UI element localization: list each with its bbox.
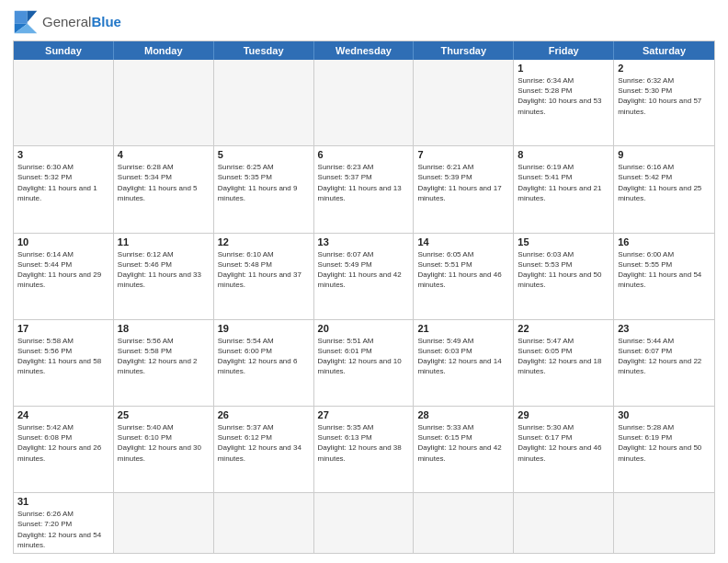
day-number: 10 <box>17 236 109 247</box>
sun-info: Sunrise: 6:21 AMSunset: 5:39 PMDaylight:… <box>417 162 509 203</box>
calendar-cell: 29Sunrise: 5:30 AMSunset: 6:17 PMDayligh… <box>514 407 614 492</box>
calendar-cell <box>14 60 114 145</box>
calendar-cell: 30Sunrise: 5:28 AMSunset: 6:19 PMDayligh… <box>614 407 714 492</box>
calendar-cell <box>114 493 214 553</box>
logo: GeneralBlue <box>13 9 121 35</box>
day-number: 8 <box>518 149 609 160</box>
calendar: SundayMondayTuesdayWednesdayThursdayFrid… <box>13 40 715 554</box>
calendar-cell <box>114 60 214 145</box>
day-number: 14 <box>417 236 509 247</box>
sun-info: Sunrise: 6:12 AMSunset: 5:46 PMDaylight:… <box>118 249 210 291</box>
day-of-week-monday: Monday <box>114 41 214 60</box>
calendar-week-1: 3Sunrise: 6:30 AMSunset: 5:32 PMDaylight… <box>14 145 714 232</box>
calendar-cell: 14Sunrise: 6:05 AMSunset: 5:51 PMDayligh… <box>414 234 514 319</box>
day-number: 28 <box>417 409 509 420</box>
sun-info: Sunrise: 6:05 AMSunset: 5:51 PMDaylight:… <box>417 249 509 291</box>
sun-info: Sunrise: 6:07 AMSunset: 5:49 PMDaylight:… <box>318 249 410 291</box>
calendar-cell <box>314 493 415 553</box>
day-number: 27 <box>318 409 410 420</box>
sun-info: Sunrise: 5:40 AMSunset: 6:10 PMDaylight:… <box>118 422 210 464</box>
day-of-week-saturday: Saturday <box>614 41 714 60</box>
day-number: 5 <box>218 149 310 160</box>
sun-info: Sunrise: 6:32 AMSunset: 5:30 PMDaylight:… <box>618 75 711 117</box>
calendar-cell <box>314 60 415 145</box>
sun-info: Sunrise: 5:58 AMSunset: 5:56 PMDaylight:… <box>17 336 109 377</box>
day-of-week-thursday: Thursday <box>414 41 514 60</box>
calendar-cell: 13Sunrise: 6:07 AMSunset: 5:49 PMDayligh… <box>314 234 415 319</box>
calendar-cell: 27Sunrise: 5:35 AMSunset: 6:13 PMDayligh… <box>314 407 415 492</box>
sun-info: Sunrise: 5:30 AMSunset: 6:17 PMDaylight:… <box>518 422 609 464</box>
sun-info: Sunrise: 5:51 AMSunset: 6:01 PMDaylight:… <box>318 336 410 377</box>
day-number: 17 <box>17 323 109 334</box>
sun-info: Sunrise: 5:33 AMSunset: 6:15 PMDaylight:… <box>417 422 509 464</box>
day-of-week-tuesday: Tuesday <box>214 41 314 60</box>
calendar-week-2: 10Sunrise: 6:14 AMSunset: 5:44 PMDayligh… <box>14 233 714 319</box>
calendar-cell <box>214 60 314 145</box>
calendar-cell: 28Sunrise: 5:33 AMSunset: 6:15 PMDayligh… <box>414 407 514 492</box>
calendar-cell: 26Sunrise: 5:37 AMSunset: 6:12 PMDayligh… <box>214 407 314 492</box>
calendar-cell: 3Sunrise: 6:30 AMSunset: 5:32 PMDaylight… <box>14 146 114 232</box>
sun-info: Sunrise: 5:44 AMSunset: 6:07 PMDaylight:… <box>618 336 711 377</box>
day-number: 30 <box>618 409 711 420</box>
calendar-cell: 22Sunrise: 5:47 AMSunset: 6:05 PMDayligh… <box>514 320 614 406</box>
calendar-cell: 19Sunrise: 5:54 AMSunset: 6:00 PMDayligh… <box>214 320 314 406</box>
day-number: 11 <box>118 236 210 247</box>
day-number: 1 <box>518 63 609 74</box>
day-number: 4 <box>118 149 210 160</box>
sun-info: Sunrise: 6:10 AMSunset: 5:48 PMDaylight:… <box>218 249 310 291</box>
svg-marker-0 <box>15 11 28 24</box>
calendar-cell: 17Sunrise: 5:58 AMSunset: 5:56 PMDayligh… <box>14 320 114 406</box>
day-number: 21 <box>417 323 509 334</box>
day-number: 18 <box>118 323 210 334</box>
day-number: 2 <box>618 63 711 74</box>
sun-info: Sunrise: 6:28 AMSunset: 5:34 PMDaylight:… <box>118 162 210 203</box>
calendar-week-5: 31Sunrise: 6:26 AMSunset: 7:20 PMDayligh… <box>14 492 714 553</box>
calendar-cell: 25Sunrise: 5:40 AMSunset: 6:10 PMDayligh… <box>114 407 214 492</box>
sun-info: Sunrise: 5:37 AMSunset: 6:12 PMDaylight:… <box>218 422 310 464</box>
calendar-cell: 4Sunrise: 6:28 AMSunset: 5:34 PMDaylight… <box>114 146 214 232</box>
calendar-header: SundayMondayTuesdayWednesdayThursdayFrid… <box>14 41 714 60</box>
sun-info: Sunrise: 5:54 AMSunset: 6:00 PMDaylight:… <box>218 336 310 377</box>
calendar-cell: 5Sunrise: 6:25 AMSunset: 5:35 PMDaylight… <box>214 146 314 232</box>
calendar-cell: 12Sunrise: 6:10 AMSunset: 5:48 PMDayligh… <box>214 234 314 319</box>
logo-text: GeneralBlue <box>42 14 121 30</box>
calendar-week-0: 1Sunrise: 6:34 AMSunset: 5:28 PMDaylight… <box>14 60 714 145</box>
day-number: 3 <box>17 149 109 160</box>
sun-info: Sunrise: 6:25 AMSunset: 5:35 PMDaylight:… <box>218 162 310 203</box>
day-number: 19 <box>218 323 310 334</box>
day-number: 6 <box>318 149 410 160</box>
sun-info: Sunrise: 5:35 AMSunset: 6:13 PMDaylight:… <box>318 422 410 464</box>
calendar-cell <box>214 493 314 553</box>
calendar-cell: 18Sunrise: 5:56 AMSunset: 5:58 PMDayligh… <box>114 320 214 406</box>
day-of-week-friday: Friday <box>514 41 614 60</box>
sun-info: Sunrise: 5:47 AMSunset: 6:05 PMDaylight:… <box>518 336 609 377</box>
sun-info: Sunrise: 5:42 AMSunset: 6:08 PMDaylight:… <box>17 422 109 464</box>
day-number: 15 <box>518 236 609 247</box>
day-number: 31 <box>17 496 109 507</box>
sun-info: Sunrise: 6:26 AMSunset: 7:20 PMDaylight:… <box>17 509 109 550</box>
sun-info: Sunrise: 6:16 AMSunset: 5:42 PMDaylight:… <box>618 162 711 203</box>
calendar-cell: 20Sunrise: 5:51 AMSunset: 6:01 PMDayligh… <box>314 320 415 406</box>
day-number: 26 <box>218 409 310 420</box>
calendar-cell <box>414 493 514 553</box>
calendar-cell: 16Sunrise: 6:00 AMSunset: 5:55 PMDayligh… <box>614 234 714 319</box>
day-of-week-wednesday: Wednesday <box>314 41 415 60</box>
calendar-cell: 24Sunrise: 5:42 AMSunset: 6:08 PMDayligh… <box>14 407 114 492</box>
calendar-cell: 10Sunrise: 6:14 AMSunset: 5:44 PMDayligh… <box>14 234 114 319</box>
sun-info: Sunrise: 6:19 AMSunset: 5:41 PMDaylight:… <box>518 162 609 203</box>
calendar-cell: 23Sunrise: 5:44 AMSunset: 6:07 PMDayligh… <box>614 320 714 406</box>
calendar-cell: 9Sunrise: 6:16 AMSunset: 5:42 PMDaylight… <box>614 146 714 232</box>
calendar-page: GeneralBlue SundayMondayTuesdayWednesday… <box>0 0 728 563</box>
day-number: 12 <box>218 236 310 247</box>
sun-info: Sunrise: 6:03 AMSunset: 5:53 PMDaylight:… <box>518 249 609 291</box>
sun-info: Sunrise: 6:00 AMSunset: 5:55 PMDaylight:… <box>618 249 711 291</box>
calendar-cell: 21Sunrise: 5:49 AMSunset: 6:03 PMDayligh… <box>414 320 514 406</box>
svg-marker-1 <box>28 11 38 22</box>
day-number: 16 <box>618 236 711 247</box>
calendar-cell: 7Sunrise: 6:21 AMSunset: 5:39 PMDaylight… <box>414 146 514 232</box>
calendar-week-3: 17Sunrise: 5:58 AMSunset: 5:56 PMDayligh… <box>14 319 714 406</box>
calendar-cell: 31Sunrise: 6:26 AMSunset: 7:20 PMDayligh… <box>14 493 114 553</box>
sun-info: Sunrise: 6:30 AMSunset: 5:32 PMDaylight:… <box>17 162 109 203</box>
calendar-cell: 15Sunrise: 6:03 AMSunset: 5:53 PMDayligh… <box>514 234 614 319</box>
calendar-cell: 6Sunrise: 6:23 AMSunset: 5:37 PMDaylight… <box>314 146 415 232</box>
